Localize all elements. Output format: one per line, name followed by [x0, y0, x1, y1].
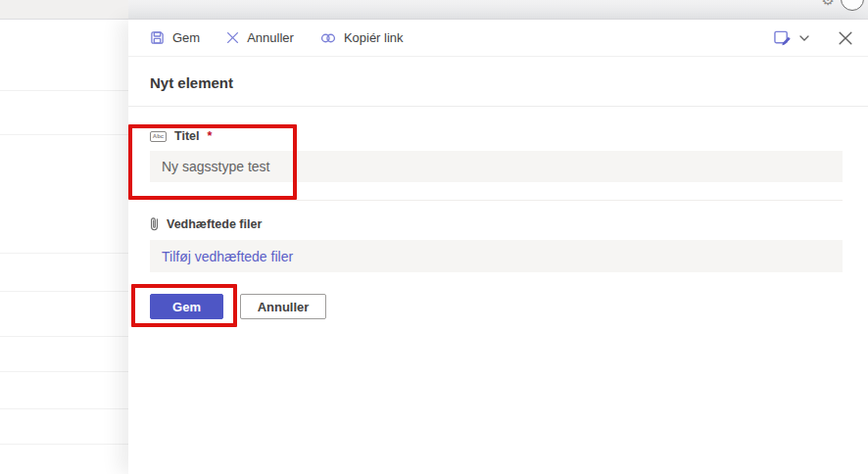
edit-form-icon [773, 29, 792, 46]
save-command-label: Gem [172, 30, 200, 45]
command-bar-right [773, 29, 852, 46]
background-list [0, 20, 128, 474]
cancel-command-label: Annuller [247, 30, 294, 45]
close-panel-button[interactable] [839, 31, 852, 45]
title-field-label: Titel [174, 129, 199, 143]
list-row-divider [0, 134, 128, 135]
dismiss-icon [226, 31, 239, 44]
copy-link-command-label: Kopiér link [344, 30, 404, 45]
attachments-label: Vedhæftede filer [167, 217, 262, 231]
field-divider [150, 200, 843, 201]
save-button[interactable]: Gem [150, 294, 223, 319]
command-bar: Gem Annuller Kopiér link [128, 20, 868, 57]
paperclip-icon [150, 216, 159, 231]
form-body: Abc Titel * Vedhæftede filer Tilføj vedh… [128, 129, 868, 319]
avatar[interactable] [841, 0, 864, 11]
list-row-divider [0, 336, 128, 337]
page-title: Nyt element [150, 74, 846, 91]
title-input[interactable] [150, 151, 843, 182]
save-icon [150, 30, 165, 45]
list-row-divider [0, 90, 128, 91]
page-top-bar: ⚙ [0, 0, 868, 20]
gear-icon[interactable]: ⚙ [822, 0, 835, 9]
heading-divider [128, 106, 868, 107]
list-row-divider [0, 291, 128, 292]
cancel-command-button[interactable]: Annuller [226, 30, 294, 45]
attachments-label-row: Vedhæftede filer [150, 216, 843, 231]
close-icon [839, 31, 852, 45]
required-marker: * [207, 129, 212, 143]
save-command-button[interactable]: Gem [150, 30, 200, 45]
edit-form-dropdown[interactable] [773, 29, 809, 46]
chevron-down-icon [799, 35, 809, 41]
footer-buttons: Gem Annuller [150, 294, 843, 319]
list-row-divider [0, 408, 128, 409]
title-field-label-row: Abc Titel * [150, 129, 843, 143]
text-field-icon: Abc [150, 131, 167, 142]
link-icon [320, 32, 336, 44]
attachments-box: Tilføj vedhæftede filer [150, 240, 843, 272]
new-item-panel: Gem Annuller Kopiér link [128, 20, 868, 474]
list-row-divider [0, 444, 128, 445]
list-row-divider [0, 253, 128, 254]
add-attachments-link[interactable]: Tilføj vedhæftede filer [162, 249, 293, 264]
copy-link-command-button[interactable]: Kopiér link [320, 30, 404, 45]
page-top-bar-left [0, 0, 128, 19]
list-row-divider [0, 371, 128, 372]
cancel-button[interactable]: Annuller [240, 294, 326, 319]
